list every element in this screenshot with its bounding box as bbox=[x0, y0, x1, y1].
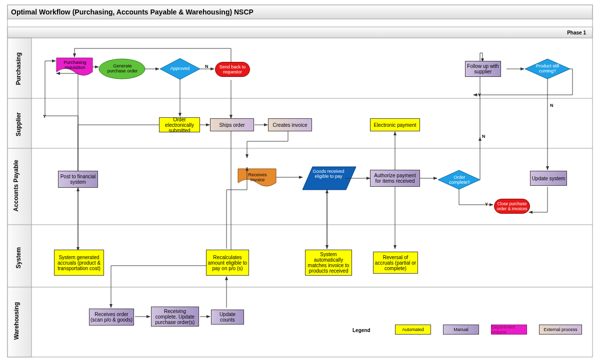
node-follow-up: Follow up with supplier bbox=[465, 61, 501, 77]
edge-label-n-3: N bbox=[550, 103, 554, 108]
node-product-still-coming: Product still coming? bbox=[532, 63, 563, 73]
edge-label-n-2: N bbox=[482, 134, 486, 139]
node-recalculates: Recalculates amount eligible to pay on p… bbox=[206, 250, 249, 276]
edge-label-y-3: Y bbox=[43, 114, 46, 119]
edge-label-n-1: N bbox=[205, 64, 208, 69]
node-order-complete: Order complete? bbox=[447, 175, 472, 185]
edge-label-y-1: Y bbox=[478, 92, 481, 97]
legend-external: External process bbox=[539, 325, 582, 335]
diagram-title: Optimal Workflow (Purchasing, Accounts P… bbox=[11, 8, 254, 16]
node-update-counts: Update counts bbox=[211, 310, 244, 325]
node-close-po: Close purchase order & invoices bbox=[494, 199, 530, 214]
lane-label-supplier: Supplier bbox=[15, 112, 22, 136]
lane-label-system: System bbox=[15, 247, 22, 269]
node-reversal-accruals: Reversal of accruals (partial or complet… bbox=[373, 252, 418, 274]
node-goods-eligible: Goods received eligible to pay bbox=[307, 169, 350, 179]
node-update-system: Update system bbox=[530, 171, 567, 186]
node-receiving-complete: Receiving complete. Update purchase orde… bbox=[151, 307, 199, 327]
node-order-submitted: Order electronically submitted bbox=[159, 117, 200, 132]
lane-label-warehousing: Warehousing bbox=[13, 302, 20, 340]
legend-title: Legend bbox=[352, 328, 370, 333]
node-approved: Approved bbox=[168, 66, 192, 71]
legend-automated: Automated bbox=[395, 325, 431, 335]
lane-label-purchasing: Purchasing bbox=[15, 52, 22, 85]
node-purchasing-requisition: Purchasing requisition bbox=[61, 60, 89, 70]
node-electronic-payment: Electronic payment bbox=[370, 118, 420, 131]
edge-label-y-2: Y bbox=[485, 202, 488, 207]
svg-rect-2 bbox=[8, 27, 592, 38]
node-creates-invoice: Creates invoice bbox=[268, 118, 312, 131]
node-send-back: Send back to requestor bbox=[215, 62, 250, 77]
node-receives-invoice: Receives Invoice bbox=[242, 172, 273, 182]
node-auto-match: System automatically matches invoice to … bbox=[305, 250, 352, 276]
node-ships-order: Ships order bbox=[210, 118, 254, 131]
legend-department-request: Department request bbox=[491, 325, 527, 335]
node-generate-po: Generate purchase order bbox=[105, 63, 140, 73]
legend-manual: Manual bbox=[443, 325, 479, 335]
phase-label: Phase 1 bbox=[567, 30, 586, 35]
lane-label-accounts-payable: Accounts Payable bbox=[12, 160, 20, 211]
node-system-accruals: System generated accruals (product & tra… bbox=[54, 250, 104, 276]
node-authorize-payment: Authorize payment for items received bbox=[370, 170, 420, 187]
node-post-financial: Post to financial system bbox=[58, 171, 98, 188]
node-receives-order: Receives order (scan p/o & goods) bbox=[89, 309, 134, 326]
diagram-canvas: Optimal Workflow (Purchasing, Accounts P… bbox=[0, 0, 600, 364]
